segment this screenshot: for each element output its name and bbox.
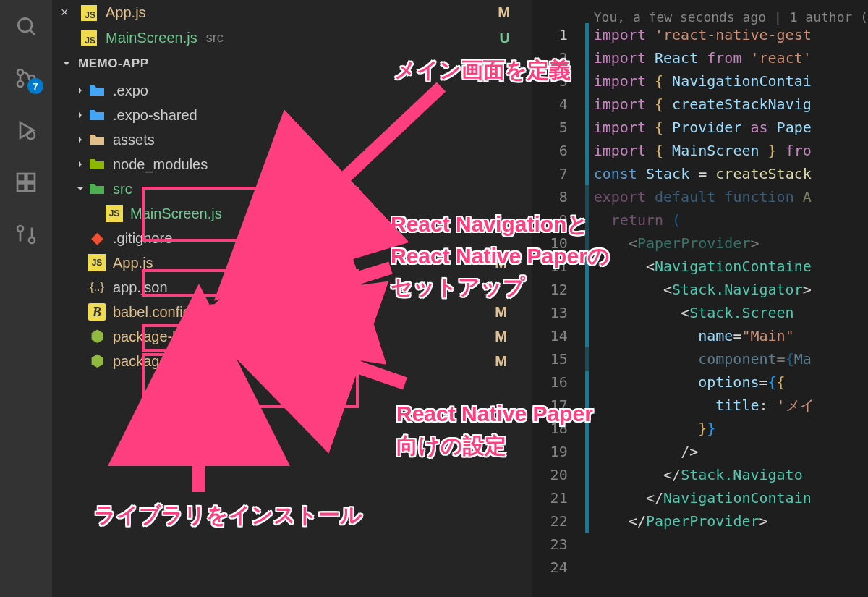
- item-label: .gitignore: [113, 230, 172, 247]
- folder-src[interactable]: src: [52, 177, 532, 201]
- editor-filename: MainScreen.js: [106, 30, 197, 46]
- item-label: package-lock.json: [113, 329, 229, 345]
- js-file-icon: JS: [81, 30, 97, 46]
- activity-bar: 7: [0, 0, 52, 597]
- item-label: MainScreen.js: [130, 206, 222, 222]
- file-package-lock[interactable]: ⬢ package-lock.json M: [52, 324, 532, 349]
- item-label: App.js: [113, 255, 153, 271]
- git-icon[interactable]: [0, 208, 52, 261]
- item-label: .expo: [113, 82, 148, 99]
- folder-assets[interactable]: assets: [52, 127, 532, 152]
- file-tree: .expo .expo-shared assets node_modules s…: [52, 77, 532, 375]
- file-babel-config[interactable]: B babel.config.js M: [52, 300, 532, 324]
- code-editor[interactable]: 123456789101112131415161718192021222324 …: [532, 0, 868, 597]
- chevron-down-icon: [72, 183, 88, 195]
- file-status: M: [495, 304, 507, 321]
- git-file-icon: ◆: [88, 229, 106, 247]
- chevron-right-icon: [72, 109, 88, 121]
- editor-path: src: [206, 30, 224, 46]
- file-app-json[interactable]: {..} app.json: [52, 275, 532, 300]
- open-editor-row[interactable]: × JS App.js M: [52, 0, 532, 25]
- explorer-section-header[interactable]: MEMO-APP: [52, 51, 532, 77]
- open-editor-row[interactable]: JS MainScreen.js src U: [52, 25, 532, 51]
- editor-filename: App.js: [106, 4, 146, 21]
- section-title: MEMO-APP: [78, 56, 149, 71]
- svg-point-2: [17, 69, 23, 75]
- svg-point-11: [17, 226, 23, 232]
- folder-node-modules[interactable]: node_modules: [52, 152, 532, 177]
- file-status: M: [495, 255, 507, 271]
- folder-icon: [88, 131, 106, 148]
- svg-point-0: [18, 18, 32, 32]
- file-mainscreen[interactable]: JS MainScreen.js: [52, 201, 532, 226]
- svg-point-12: [29, 237, 35, 243]
- scm-badge: 7: [27, 78, 43, 94]
- code-content[interactable]: You, a few seconds ago | 1 author (impor…: [585, 0, 868, 597]
- extensions-icon[interactable]: [0, 156, 52, 208]
- file-package-json[interactable]: ⬢ package.json M: [52, 349, 532, 373]
- open-editors: × JS App.js M JS MainScreen.js src U: [52, 0, 532, 51]
- folder-icon: [88, 106, 106, 124]
- folder-expo[interactable]: .expo: [52, 78, 532, 103]
- svg-rect-9: [27, 183, 35, 191]
- node-file-icon: ⬢: [88, 352, 106, 370]
- close-icon[interactable]: ×: [61, 5, 69, 20]
- item-label: babel.config.js: [113, 304, 205, 321]
- file-status: M: [495, 329, 507, 345]
- babel-file-icon: B: [88, 303, 106, 321]
- sidebar: × JS App.js M JS MainScreen.js src U MEM…: [52, 0, 532, 597]
- folder-icon: [88, 156, 106, 173]
- svg-rect-10: [27, 174, 35, 182]
- source-control-icon[interactable]: 7: [0, 52, 52, 104]
- file-status: M: [498, 4, 510, 21]
- item-label: assets: [113, 132, 155, 148]
- chevron-right-icon: [72, 85, 88, 96]
- json-file-icon: {..}: [88, 279, 106, 296]
- run-debug-icon[interactable]: [0, 104, 52, 156]
- svg-line-1: [30, 30, 35, 35]
- svg-point-3: [17, 81, 23, 87]
- item-label: .expo-shared: [113, 107, 197, 124]
- item-label: src: [113, 181, 132, 198]
- item-label: node_modules: [113, 156, 208, 173]
- js-file-icon: JS: [81, 5, 97, 21]
- item-label: package.json: [113, 353, 198, 370]
- item-label: app.json: [113, 279, 168, 296]
- line-gutter: 123456789101112131415161718192021222324: [532, 0, 585, 597]
- svg-rect-8: [17, 183, 25, 191]
- js-file-icon: JS: [106, 205, 123, 222]
- chevron-right-icon: [72, 158, 88, 170]
- js-file-icon: JS: [88, 254, 106, 271]
- search-icon[interactable]: [0, 0, 52, 52]
- file-status: U: [500, 30, 510, 46]
- chevron-down-icon: [61, 58, 72, 69]
- file-gitignore[interactable]: ◆ .gitignore: [52, 226, 532, 250]
- svg-rect-7: [17, 174, 25, 182]
- folder-icon: [88, 180, 106, 198]
- node-file-icon: ⬢: [88, 328, 106, 345]
- folder-expo-shared[interactable]: .expo-shared: [52, 103, 532, 127]
- chevron-right-icon: [72, 134, 88, 145]
- file-status: M: [495, 353, 507, 370]
- folder-icon: [88, 82, 106, 99]
- file-app-js[interactable]: JS App.js M: [52, 250, 532, 275]
